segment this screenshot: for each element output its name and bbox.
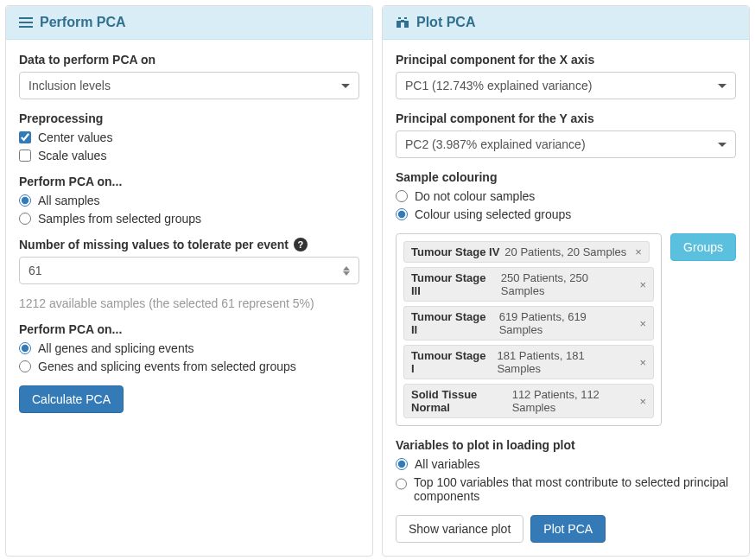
tag-remove-icon[interactable]: × xyxy=(639,278,646,291)
list-icon xyxy=(19,16,33,29)
all-variables-radio[interactable] xyxy=(396,458,408,470)
no-colour-radio[interactable] xyxy=(396,190,408,202)
center-values-checkbox[interactable] xyxy=(19,131,31,143)
calculate-pca-button[interactable]: Calculate PCA xyxy=(19,385,124,413)
group-tag: Tumour Stage IV 20 Patients, 20 Samples … xyxy=(403,241,650,263)
x-axis-label: Principal component for the X axis xyxy=(396,53,736,67)
all-genes-label: All genes and splicing events xyxy=(38,341,194,355)
group-tag-meta: 112 Patients, 112 Samples xyxy=(512,388,631,414)
y-axis-select[interactable]: PC2 (3.987% explained variance) xyxy=(396,130,736,158)
selected-samples-radio[interactable] xyxy=(19,213,31,225)
x-axis-value: PC1 (12.743% explained variance) xyxy=(405,79,592,92)
chevron-down-icon xyxy=(341,84,350,88)
group-tag: Tumour Stage III 250 Patients, 250 Sampl… xyxy=(403,267,654,302)
group-tag-meta: 250 Patients, 250 Samples xyxy=(501,271,631,297)
data-on-select[interactable]: Inclusion levels xyxy=(19,72,359,99)
perform-pca-panel: Perform PCA Data to perform PCA on Inclu… xyxy=(5,5,373,557)
group-tag: Tumour Stage I 181 Patients, 181 Samples… xyxy=(403,345,654,379)
tag-remove-icon[interactable]: × xyxy=(639,317,646,330)
preprocessing-label: Preprocessing xyxy=(19,111,359,125)
missing-values-value: 61 xyxy=(29,264,42,277)
groups-tags-well[interactable]: Tumour Stage IV 20 Patients, 20 Samples … xyxy=(396,233,662,426)
y-axis-value: PC2 (3.987% explained variance) xyxy=(405,137,586,151)
plot-pca-title: Plot PCA xyxy=(416,15,475,30)
perform-pca-header: Perform PCA xyxy=(6,6,372,40)
vars-label: Variables to plot in loading plot xyxy=(396,438,736,452)
tag-remove-icon[interactable]: × xyxy=(639,395,646,408)
all-samples-radio[interactable] xyxy=(19,194,31,207)
y-axis-label: Principal component for the Y axis xyxy=(396,111,736,125)
group-tag-meta: 20 Patients, 20 Samples xyxy=(504,245,626,258)
group-tag-name: Tumour Stage I xyxy=(411,349,492,375)
data-on-value: Inclusion levels xyxy=(29,79,111,92)
plot-pca-header: Plot PCA xyxy=(383,6,749,40)
tag-remove-icon[interactable]: × xyxy=(639,356,646,369)
group-tag-name: Solid Tissue Normal xyxy=(411,388,507,414)
pca-on-samples-label: Perform PCA on... xyxy=(19,175,359,188)
scale-values-checkbox[interactable] xyxy=(19,150,31,162)
pca-on-genes-label: Perform PCA on... xyxy=(19,322,359,336)
missing-values-label: Number of missing values to tolerate per… xyxy=(19,238,289,251)
perform-pca-title: Perform PCA xyxy=(40,15,126,30)
scale-values-label: Scale values xyxy=(38,149,106,162)
selected-genes-label: Genes and splicing events from selected … xyxy=(38,360,296,373)
group-tag-name: Tumour Stage III xyxy=(411,271,496,297)
plot-pca-button[interactable]: Plot PCA xyxy=(530,515,606,543)
chevron-down-icon xyxy=(718,84,726,88)
top-variables-label: Top 100 variables that most contribute t… xyxy=(414,475,736,503)
all-genes-radio[interactable] xyxy=(19,342,31,354)
samples-summary-text: 1212 available samples (the selected 61 … xyxy=(19,296,359,310)
show-variance-button[interactable]: Show variance plot xyxy=(396,515,523,543)
group-tag-name: Tumour Stage II xyxy=(411,310,494,336)
groups-button[interactable]: Groups xyxy=(670,233,736,261)
top-variables-radio[interactable] xyxy=(396,478,407,490)
group-tag-name: Tumour Stage IV xyxy=(411,245,499,258)
selected-genes-radio[interactable] xyxy=(19,360,31,372)
all-variables-label: All variables xyxy=(415,457,479,471)
group-tag: Tumour Stage II 619 Patients, 619 Sample… xyxy=(403,306,654,340)
colouring-label: Sample colouring xyxy=(396,170,736,184)
no-colour-label: Do not colour samples xyxy=(415,189,535,203)
missing-values-input[interactable]: 61 xyxy=(19,257,359,284)
selected-samples-label: Samples from selected groups xyxy=(38,212,201,226)
colour-groups-label: Colour using selected groups xyxy=(415,207,571,221)
data-on-label: Data to perform PCA on xyxy=(19,53,359,67)
group-tag-meta: 181 Patients, 181 Samples xyxy=(497,349,631,375)
help-icon[interactable]: ? xyxy=(294,238,308,251)
colour-groups-radio[interactable] xyxy=(396,208,408,220)
group-tag: Solid Tissue Normal 112 Patients, 112 Sa… xyxy=(403,384,654,418)
all-samples-label: All samples xyxy=(38,194,100,207)
group-tag-meta: 619 Patients, 619 Samples xyxy=(499,310,631,336)
number-stepper-icon[interactable] xyxy=(343,266,350,276)
chevron-down-icon xyxy=(718,143,726,147)
plot-pca-panel: Plot PCA Principal component for the X a… xyxy=(382,5,750,557)
x-axis-select[interactable]: PC1 (12.743% explained variance) xyxy=(396,72,736,99)
tag-remove-icon[interactable]: × xyxy=(635,245,642,258)
center-values-label: Center values xyxy=(38,130,112,144)
binoculars-icon xyxy=(396,16,409,29)
